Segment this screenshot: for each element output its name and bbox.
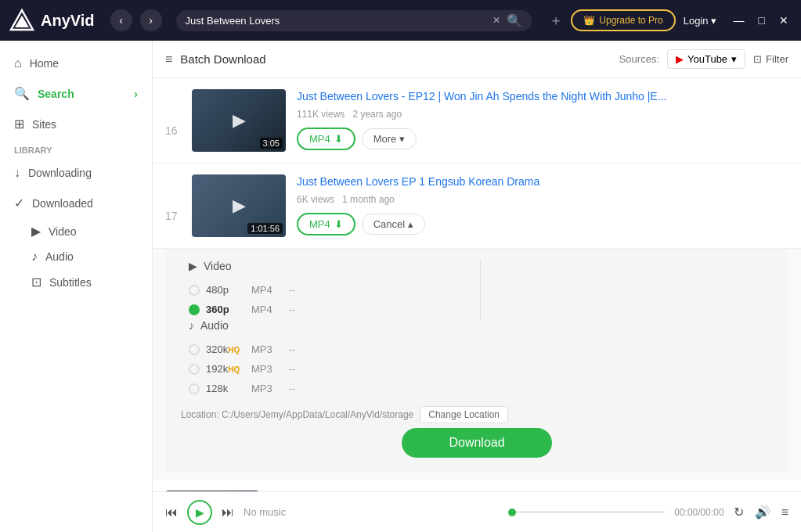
tab-close-icon[interactable]: ✕	[493, 15, 500, 26]
play-icon-17[interactable]: ▶	[233, 196, 246, 216]
result-item-ep9: rakuten Just Between Lovers - EP9 | Won …	[153, 480, 801, 491]
sidebar-item-sites[interactable]: ⊞ Sites	[0, 109, 152, 139]
maximize-button[interactable]: □	[756, 13, 768, 28]
download-button[interactable]: Download	[402, 428, 551, 458]
queue-icon[interactable]: ≡	[781, 505, 788, 519]
tab-area: Just Between Lovers ✕ 🔍	[176, 10, 532, 31]
audio-option-128k[interactable]: 128k MP3 --	[189, 379, 469, 398]
hq-badge-320k: HQ	[228, 346, 240, 354]
video-options-section: ▶ Video 480p MP4 -- 360p MP4	[181, 260, 477, 319]
video-option-360p[interactable]: 360p MP4 --	[189, 300, 469, 319]
radio-360p[interactable]	[189, 304, 200, 315]
sidebar-item-audio[interactable]: ♪ Audio	[0, 244, 152, 269]
sidebar-item-home[interactable]: ⌂ Home	[0, 49, 152, 78]
result-title-ep9[interactable]: Just Between Lovers - EP9 | Won Jin Ah R…	[270, 491, 788, 491]
video-icon: ▶	[31, 224, 41, 239]
subtitles-icon: ⊡	[31, 275, 41, 289]
results-list: 16 ▶ 3:05 Just Between Lovers - EP12 | W…	[153, 78, 801, 491]
audio-option-320k[interactable]: 320kHQ MP3 --	[189, 340, 469, 359]
login-button[interactable]: Login ▾	[684, 15, 716, 27]
download-icon-17: ⬇	[334, 218, 343, 230]
result-actions-16: MP4 ⬇ More ▾	[297, 128, 788, 150]
player-extra-buttons: ↻ 🔊 ≡	[734, 505, 788, 519]
duration-17: 1:01:56	[247, 223, 283, 234]
result-title-16[interactable]: Just Between Lovers - EP12 | Won Jin Ah …	[297, 89, 788, 105]
back-button[interactable]: ‹	[110, 9, 132, 31]
volume-icon[interactable]: 🔊	[755, 505, 770, 519]
close-button[interactable]: ✕	[776, 13, 792, 28]
new-tab-button[interactable]: ＋	[549, 11, 563, 30]
sidebar-item-downloading[interactable]: ↓ Downloading	[0, 158, 152, 188]
sidebar-item-subtitles[interactable]: ⊡ Subtitles	[0, 269, 152, 295]
audio-icon: ♪	[31, 250, 38, 264]
sidebar-item-downloaded[interactable]: ✓ Downloaded	[0, 188, 152, 218]
audio-section-icon: ♪	[189, 319, 194, 332]
video-options-header: ▶ Video	[189, 260, 469, 272]
source-dropdown[interactable]: ▶ YouTube ▾	[667, 49, 745, 69]
progress-bar[interactable]	[508, 511, 665, 513]
play-button[interactable]: ▶	[187, 500, 212, 525]
play-icon-16[interactable]: ▶	[233, 110, 246, 131]
result-title-17[interactable]: Just Between Lovers EP 1 Engsub Korean D…	[297, 174, 788, 190]
sidebar-item-search[interactable]: 🔍 Search ›	[0, 78, 152, 109]
upgrade-button[interactable]: 👑 Upgrade to Pro	[571, 9, 675, 31]
sidebar-item-video[interactable]: ▶ Video	[0, 218, 152, 244]
logo-area: AnyVid	[9, 8, 95, 33]
result-info-16: Just Between Lovers - EP12 | Won Jin Ah …	[297, 89, 788, 150]
prev-button[interactable]: ⏮	[165, 505, 178, 519]
home-icon: ⌂	[14, 56, 22, 70]
result-meta-16: 111K views 2 years ago	[297, 109, 788, 120]
logo-icon	[9, 8, 34, 33]
youtube-icon: ▶	[676, 53, 684, 65]
chevron-up-icon-17: ▴	[408, 218, 413, 230]
cancel-button-17[interactable]: Cancel ▴	[362, 214, 425, 235]
result-meta-17: 6K views 1 month ago	[297, 194, 788, 205]
sidebar: ⌂ Home 🔍 Search › ⊞ Sites Library ↓ Down…	[0, 41, 153, 532]
thumbnail-16: ▶ 3:05	[192, 89, 286, 152]
main-layout: ⌂ Home 🔍 Search › ⊞ Sites Library ↓ Down…	[0, 41, 801, 532]
video-section-icon: ▶	[189, 260, 197, 272]
minimize-button[interactable]: —	[731, 13, 748, 28]
downloaded-icon: ✓	[14, 196, 24, 210]
next-button[interactable]: ⏭	[222, 505, 234, 519]
chevron-right-icon: ›	[134, 88, 138, 100]
tab-title: Just Between Lovers	[186, 15, 487, 27]
radio-320k[interactable]	[189, 344, 200, 355]
audio-options-section: ♪ Audio 320kHQ MP3 -- 192kHQ MP3	[181, 319, 477, 398]
result-num-16: 16	[165, 89, 181, 137]
change-location-button[interactable]: Change Location	[420, 406, 508, 423]
location-text: Location: C:/Users/Jemy/AppData/Local/An…	[181, 409, 413, 420]
audio-options-header: ♪ Audio	[189, 319, 469, 332]
options-grid: ▶ Video 480p MP4 -- 360p MP4	[181, 260, 773, 398]
hq-badge-192k: HQ	[228, 365, 240, 374]
location-row: Location: C:/Users/Jemy/AppData/Local/An…	[181, 406, 773, 423]
audio-option-192k[interactable]: 192kHQ MP3 --	[189, 359, 469, 379]
player-bar: ⏮ ▶ ⏭ No music 00:00/00:00 ↻ 🔊 ≡	[153, 491, 801, 532]
more-button-16[interactable]: More ▾	[362, 128, 417, 149]
progress-dot	[508, 509, 516, 516]
content-area: ≡ Batch Download Sources: ▶ YouTube ▾ ⊡ …	[153, 41, 801, 532]
result-item-16: 16 ▶ 3:05 Just Between Lovers - EP12 | W…	[153, 78, 801, 164]
mp4-button-17[interactable]: MP4 ⬇	[297, 213, 355, 235]
chevron-down-icon: ▾	[711, 15, 716, 27]
video-option-480p[interactable]: 480p MP4 --	[189, 280, 469, 300]
forward-button[interactable]: ›	[140, 9, 162, 31]
thumb-bg-ep9: rakuten	[165, 491, 259, 491]
radio-128k[interactable]	[189, 383, 200, 394]
mp4-button-16[interactable]: MP4 ⬇	[297, 128, 355, 150]
radio-480p[interactable]	[189, 285, 200, 296]
window-controls: — □ ✕	[731, 13, 792, 28]
tab-search-icon[interactable]: 🔍	[507, 13, 522, 28]
chevron-down-icon-16: ▾	[399, 133, 405, 145]
time-label: 00:00/00:00	[674, 507, 723, 518]
repeat-icon[interactable]: ↻	[734, 505, 744, 519]
thumbnail-17: ▶ 1:01:56	[192, 174, 286, 237]
search-icon: 🔍	[14, 86, 30, 101]
radio-192k[interactable]	[189, 364, 200, 375]
thumbnail-ep9: rakuten	[165, 491, 259, 491]
sites-icon: ⊞	[14, 117, 24, 131]
titlebar: AnyVid ‹ › Just Between Lovers ✕ 🔍 ＋ 👑 U…	[0, 0, 801, 41]
filter-button[interactable]: ⊡ Filter	[753, 53, 788, 65]
no-music-label: No music	[244, 506, 499, 518]
topbar: ≡ Batch Download Sources: ▶ YouTube ▾ ⊡ …	[153, 41, 801, 78]
